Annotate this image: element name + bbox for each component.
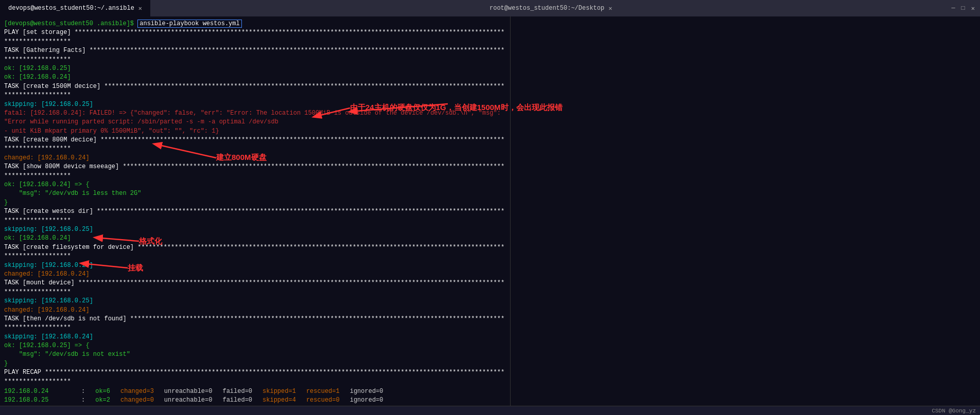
terminal-line: ok: [192.168.0.24] bbox=[4, 73, 506, 82]
terminal-line: PLAY [set storage] *********************… bbox=[4, 28, 506, 46]
terminal-line: } bbox=[4, 199, 506, 207]
recap-skipped: skipped=4 bbox=[262, 396, 296, 405]
recap-changed-val: changed=3 bbox=[120, 387, 154, 396]
close-window-icon[interactable]: ✕ bbox=[971, 5, 975, 12]
terminal-line: skipping: [192.168.0.25] bbox=[4, 297, 506, 305]
recap-table: 192.168.0.24 : ok=6 changed=3 unreachabl… bbox=[4, 387, 506, 405]
terminal-line: "msg": "/dev/vdb is less then 2G" bbox=[4, 189, 506, 198]
terminal-line: changed: [192.168.0.24] bbox=[4, 306, 506, 315]
terminal-line: TASK [then /dev/sdb is not found] ******… bbox=[4, 315, 506, 333]
recap-row: 192.168.0.25 : ok=2 changed=0 unreachabl… bbox=[4, 396, 506, 405]
terminal-line: skipping: [192.168.0.25] bbox=[4, 225, 506, 234]
terminal-line: - unit KiB mkpart primary 0% 1500MiB", "… bbox=[4, 127, 506, 136]
terminal-line: ok: [192.168.0.25] bbox=[4, 64, 506, 73]
left-terminal-pane[interactable]: [devops@westos_student50 .ansible]$ ansi… bbox=[0, 16, 510, 406]
tab-left[interactable]: devops@westos_student50:~/.ansible ✕ bbox=[0, 0, 150, 16]
terminal-line: skipping: [192.168.0.24] bbox=[4, 333, 506, 341]
bottom-bar: CSDN @Gong_yz bbox=[0, 406, 980, 415]
tab-spacer-right bbox=[620, 0, 951, 16]
prompt-line: [devops@westos_student50 .ansible]$ ansi… bbox=[4, 20, 506, 28]
terminal-line: TASK [show 800M device mseeage] ********… bbox=[4, 163, 506, 181]
tab-right-close[interactable]: ✕ bbox=[608, 5, 612, 12]
recap-unreachable: unreachable=0 bbox=[164, 387, 213, 396]
recap-label-ok: : bbox=[81, 387, 85, 396]
recap-rescued: rescued=1 bbox=[306, 387, 340, 396]
tab-right[interactable]: root@westos_student50:~/Desktop ✕ bbox=[481, 0, 620, 16]
tab-right-label: root@westos_student50:~/Desktop bbox=[489, 5, 604, 12]
recap-failed: failed=0 bbox=[222, 387, 252, 396]
terminal-line: ok: [192.168.0.24] bbox=[4, 234, 506, 243]
minimize-icon[interactable]: — bbox=[951, 5, 955, 12]
recap-ip: 192.168.0.25 bbox=[4, 396, 71, 405]
recap-failed: failed=0 bbox=[222, 396, 252, 405]
recap-skipped: skipped=1 bbox=[262, 387, 296, 396]
terminal-container: [devops@westos_student50 .ansible]$ ansi… bbox=[0, 16, 980, 406]
terminal-line: TASK [create westos dir] ***************… bbox=[4, 207, 506, 225]
window-controls: — □ ✕ bbox=[951, 0, 980, 16]
terminal-line: fatal: [192.168.0.24]: FAILED! => {"chan… bbox=[4, 109, 506, 127]
tab-left-close[interactable]: ✕ bbox=[138, 5, 142, 12]
terminal-line: TASK [create 800M decice] **************… bbox=[4, 136, 506, 154]
terminal-line: ok: [192.168.0.25] => { bbox=[4, 341, 506, 350]
tab-left-label: devops@westos_student50:~/.ansible bbox=[8, 5, 134, 12]
terminal-line: PLAY RECAP *****************************… bbox=[4, 368, 506, 386]
terminal-line: ok: [192.168.0.24] => { bbox=[4, 181, 506, 189]
recap-row: 192.168.0.24 : ok=6 changed=3 unreachabl… bbox=[4, 387, 506, 396]
recap-ignored: ignored=0 bbox=[350, 396, 383, 405]
window-bar: devops@westos_student50:~/.ansible ✕ roo… bbox=[0, 0, 980, 16]
terminal-line: changed: [192.168.0.24] bbox=[4, 154, 506, 163]
terminal-line: TASK [create 1500M decice] *************… bbox=[4, 82, 506, 100]
terminal-line: changed: [192.168.0.24] bbox=[4, 270, 506, 279]
right-terminal-pane[interactable] bbox=[510, 16, 980, 406]
terminal-line: skipping: [192.168.0.25] bbox=[4, 261, 506, 270]
terminal-line: skipping: [192.168.0.25] bbox=[4, 100, 506, 109]
bottom-bar-text: CSDN @Gong_yz bbox=[932, 408, 976, 414]
terminal-line: TASK [Gathering Facts] *****************… bbox=[4, 46, 506, 64]
recap-ip: 192.168.0.24 bbox=[4, 387, 71, 396]
recap-label-ok: : bbox=[81, 396, 85, 405]
recap-ignored: ignored=0 bbox=[350, 387, 383, 396]
recap-ok: ok=2 bbox=[95, 396, 110, 405]
recap-rescued: rescued=0 bbox=[306, 396, 340, 405]
left-terminal-content[interactable]: [devops@westos_student50 .ansible]$ ansi… bbox=[0, 16, 510, 406]
terminal-line: TASK [create filesystem for device] ****… bbox=[4, 243, 506, 261]
terminal-line: "msg": "/dev/sdb is not exist" bbox=[4, 350, 506, 359]
recap-ok: ok=6 bbox=[95, 387, 110, 396]
recap-changed-val: changed=0 bbox=[120, 396, 154, 405]
terminal-line: } bbox=[4, 359, 506, 368]
tab-spacer bbox=[150, 0, 481, 16]
terminal-line: TASK [mount device] ********************… bbox=[4, 279, 506, 297]
maximize-icon[interactable]: □ bbox=[961, 5, 965, 12]
recap-unreachable: unreachable=0 bbox=[164, 396, 213, 405]
